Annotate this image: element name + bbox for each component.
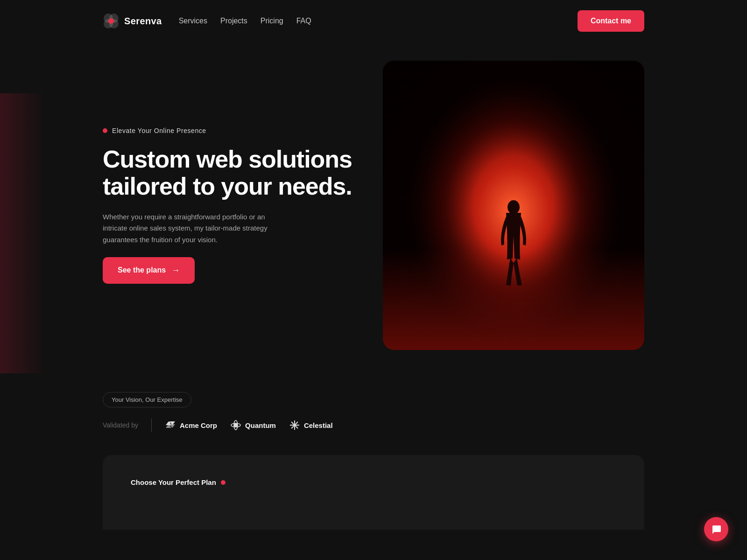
eyebrow-dot: [103, 128, 107, 133]
hero-eyebrow: Elevate Your Online Presence: [103, 127, 364, 134]
quantum-icon: [230, 420, 241, 431]
logo-link[interactable]: Serenva: [103, 13, 162, 29]
hero-heading: Custom web solutions tailored to your ne…: [103, 146, 364, 200]
logo-icon: [103, 13, 120, 29]
acme-icon: [165, 420, 176, 431]
hero-image: [383, 61, 644, 350]
nav-faq[interactable]: FAQ: [296, 17, 311, 25]
person-silhouette: [495, 199, 532, 294]
brand-name: Serenva: [124, 16, 162, 27]
validated-section: Your Vision, Our Expertise Validated by …: [103, 378, 644, 455]
hero-description: Whether you require a straightforward po…: [103, 211, 289, 246]
brand-quantum: Quantum: [230, 420, 276, 431]
hero-section: Elevate Your Online Presence Custom web …: [103, 42, 644, 378]
brand-acme: Acme Corp: [165, 420, 217, 431]
pricing-section-peek: Choose Your Perfect Plan: [103, 455, 644, 530]
pricing-dot: [221, 480, 226, 485]
tunnel-visual: [383, 61, 644, 350]
contact-button[interactable]: Contact me: [578, 10, 644, 32]
nav-services[interactable]: Services: [179, 17, 207, 25]
pricing-eyebrow: Choose Your Perfect Plan: [131, 478, 616, 486]
celestial-icon: [289, 420, 300, 431]
nav-links: Services Projects Pricing FAQ: [179, 17, 311, 25]
background-glow: [0, 93, 47, 373]
arrow-icon: →: [171, 266, 180, 275]
nav-projects[interactable]: Projects: [220, 17, 247, 25]
chat-button[interactable]: [704, 517, 728, 541]
see-plans-button[interactable]: See the plans →: [103, 257, 195, 284]
vision-badge: Your Vision, Our Expertise: [103, 392, 191, 407]
validated-row: Validated by Acme Corp Quantum: [103, 419, 644, 432]
divider: [151, 419, 152, 432]
hero-content: Elevate Your Online Presence Custom web …: [103, 127, 364, 284]
svg-point-6: [234, 423, 238, 427]
brand-celestial: Celestial: [289, 420, 333, 431]
nav-pricing[interactable]: Pricing: [261, 17, 283, 25]
svg-point-5: [507, 200, 520, 214]
navbar: Serenva Services Projects Pricing FAQ Co…: [103, 0, 644, 42]
chat-icon: [711, 524, 722, 535]
validated-label: Validated by: [103, 421, 138, 429]
svg-point-4: [108, 18, 114, 24]
